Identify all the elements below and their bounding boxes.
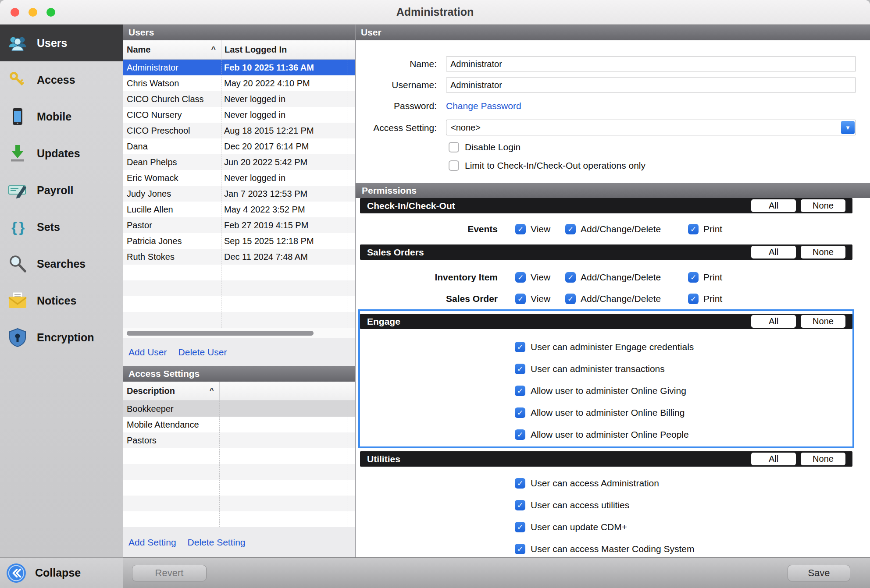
user-row[interactable]: Ruth StokesDec 11 2024 7:48 AM: [123, 249, 355, 265]
print-checkbox[interactable]: ✓: [688, 272, 699, 283]
user-row[interactable]: CICO Church ClassNever logged in: [123, 91, 355, 107]
engage-option-row: ✓Allow user to administer Online Giving: [360, 383, 852, 399]
name-input[interactable]: [446, 57, 856, 71]
update-cdm-checkbox[interactable]: ✓: [515, 522, 525, 532]
user-row[interactable]: DanaDec 20 2017 6:14 PM: [123, 138, 355, 154]
all-button[interactable]: All: [751, 315, 796, 328]
access-utilities-checkbox[interactable]: ✓: [515, 500, 525, 510]
view-checkbox[interactable]: ✓: [515, 224, 526, 234]
chevron-down-icon[interactable]: ▼: [841, 121, 855, 134]
none-button[interactable]: None: [801, 315, 845, 328]
braces-icon: { }: [7, 216, 28, 237]
disable-login-row: Disable Login: [449, 142, 521, 152]
envelope-icon: [7, 290, 28, 311]
setting-row[interactable]: Pastors: [123, 432, 355, 448]
disable-login-label: Disable Login: [465, 142, 521, 152]
user-row[interactable]: Eric WomackNever logged in: [123, 170, 355, 186]
all-button[interactable]: All: [751, 246, 796, 259]
none-button[interactable]: None: [801, 246, 845, 259]
save-button[interactable]: Save: [788, 565, 850, 581]
disable-login-checkbox[interactable]: [449, 142, 459, 152]
none-button[interactable]: None: [801, 199, 845, 212]
empty-row: [123, 265, 355, 280]
setting-row[interactable]: Mobile Attendance: [123, 417, 355, 432]
limit-cico-checkbox[interactable]: [449, 160, 459, 171]
column-header-name[interactable]: Name ^: [123, 40, 221, 59]
sidebar-item-label: Notices: [37, 294, 76, 307]
username-input[interactable]: [446, 78, 856, 92]
row-label: Sales Order: [356, 291, 498, 307]
user-row[interactable]: Judy JonesJan 7 2023 12:53 PM: [123, 186, 355, 202]
administration-window: Administration Users Access Mobile Upda: [0, 0, 870, 588]
sidebar-item-sets[interactable]: { } Sets: [0, 209, 123, 245]
sidebar-item-notices[interactable]: Notices: [0, 282, 123, 319]
section-title: Engage: [360, 316, 400, 327]
column-header-last-logged-in[interactable]: Last Logged In: [221, 40, 347, 59]
user-row[interactable]: CICO NurseryNever logged in: [123, 107, 355, 123]
access-settings-header: Access Settings: [123, 366, 355, 382]
sidebar-item-payroll[interactable]: Payroll: [0, 172, 123, 209]
user-row[interactable]: AdministratorFeb 10 2025 11:36 AM: [123, 60, 355, 75]
user-row[interactable]: Lucille AllenMay 4 2022 3:52 PM: [123, 202, 355, 217]
sidebar-item-mobile[interactable]: Mobile: [0, 98, 123, 135]
revert-button[interactable]: Revert: [132, 565, 207, 581]
all-button[interactable]: All: [751, 453, 796, 465]
sidebar-item-users[interactable]: Users: [0, 25, 123, 61]
sort-ascending-icon: ^: [209, 386, 214, 396]
none-button[interactable]: None: [801, 453, 845, 465]
print-checkbox[interactable]: ✓: [688, 224, 699, 234]
engage-credentials-checkbox[interactable]: ✓: [515, 342, 525, 352]
scrollbar-thumb[interactable]: [127, 331, 314, 336]
access-setting-dropdown[interactable]: <none> ▼: [446, 120, 856, 135]
option-label: Allow user to administer Online People: [531, 429, 689, 440]
collapse-button[interactable]: Collapse: [0, 557, 123, 588]
access-settings-table-body: Bookkeeper Mobile Attendance Pastors: [123, 401, 355, 527]
user-row[interactable]: CICO PreschoolAug 18 2015 12:21 PM: [123, 123, 355, 138]
section-title: Utilities: [360, 454, 400, 464]
engage-option-row: ✓Allow user to administer Online People: [360, 427, 852, 443]
sort-ascending-icon: ^: [211, 45, 216, 54]
sidebar-item-searches[interactable]: Searches: [0, 245, 123, 282]
user-row[interactable]: Patricia JonesSep 15 2025 12:18 PM: [123, 233, 355, 249]
add-setting-link[interactable]: Add Setting: [128, 537, 176, 548]
online-people-checkbox[interactable]: ✓: [515, 429, 525, 440]
section-title: Sales Orders: [360, 247, 424, 258]
user-row[interactable]: Chris WatsonMay 20 2022 4:10 PM: [123, 75, 355, 91]
add-change-delete-checkbox[interactable]: ✓: [565, 224, 576, 234]
view-checkbox[interactable]: ✓: [515, 294, 526, 304]
column-header-description[interactable]: Description ^: [123, 382, 219, 400]
section-bar-checkin: Check-In/Check-Out All None: [360, 198, 852, 213]
sidebar-item-access[interactable]: Access: [0, 61, 123, 98]
download-icon: [7, 143, 28, 164]
online-giving-checkbox[interactable]: ✓: [515, 386, 525, 396]
engage-transactions-checkbox[interactable]: ✓: [515, 364, 525, 374]
user-panel-title: User: [361, 27, 382, 38]
delete-user-link[interactable]: Delete User: [178, 347, 227, 358]
sidebar-item-updates[interactable]: Updates: [0, 135, 123, 172]
view-label: View: [531, 272, 550, 283]
add-user-link[interactable]: Add User: [128, 347, 167, 358]
acd-label: Add/Change/Delete: [581, 272, 661, 283]
all-button[interactable]: All: [751, 199, 796, 212]
add-change-delete-checkbox[interactable]: ✓: [565, 294, 576, 304]
sidebar-item-label: Mobile: [37, 110, 71, 123]
users-table-body: AdministratorFeb 10 2025 11:36 AM Chris …: [123, 60, 355, 328]
access-administration-checkbox[interactable]: ✓: [515, 478, 525, 489]
option-label: User can access Master Coding System: [531, 544, 694, 554]
change-password-link[interactable]: Change Password: [446, 101, 521, 111]
horizontal-scrollbar[interactable]: [123, 328, 355, 338]
view-checkbox[interactable]: ✓: [515, 272, 526, 283]
master-coding-system-checkbox[interactable]: ✓: [515, 544, 525, 554]
user-row[interactable]: Dean PhelpsJun 20 2022 5:42 PM: [123, 154, 355, 170]
add-change-delete-checkbox[interactable]: ✓: [565, 272, 576, 283]
sidebar-item-encryption[interactable]: Encryption: [0, 319, 123, 356]
print-checkbox[interactable]: ✓: [688, 294, 699, 304]
user-row[interactable]: PastorFeb 27 2019 4:15 PM: [123, 217, 355, 233]
key-icon: [7, 69, 28, 90]
setting-row[interactable]: Bookkeeper: [123, 401, 355, 417]
user-panel-header: User: [356, 25, 870, 40]
empty-row: [123, 280, 355, 296]
acd-label: Add/Change/Delete: [581, 224, 661, 234]
delete-setting-link[interactable]: Delete Setting: [188, 537, 246, 548]
online-billing-checkbox[interactable]: ✓: [515, 407, 525, 418]
